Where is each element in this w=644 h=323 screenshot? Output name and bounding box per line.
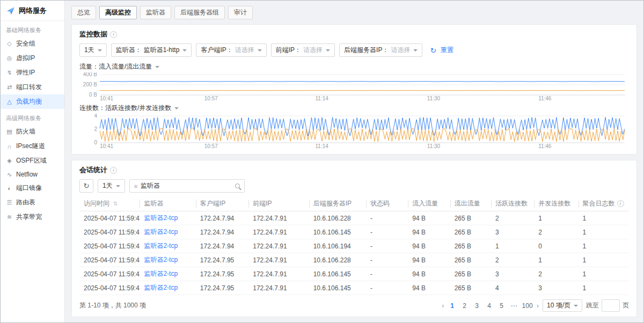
sidebar-item-ospf-area[interactable]: ◈OSPF区域 — [1, 153, 64, 168]
cell-out-traffic: 265 B — [450, 253, 491, 267]
column-header-frontend-ip[interactable]: 前端IP — [248, 196, 309, 211]
backend-ip-select[interactable]: 后端服务器IP：请选择 — [339, 43, 422, 57]
table-footer: 第 1-10 项，共 1000 项 ‹ 12345⋯100 › 10 项/页 跳… — [79, 296, 629, 312]
listener-link[interactable]: 监听器2-tcp — [144, 284, 178, 291]
page-button-4[interactable]: 4 — [485, 302, 494, 310]
cell-backend-ip: 10.6.106.228 — [309, 211, 366, 225]
table-row: 2025-04-07 11:59:43监听器2-tcp172.24.7.9417… — [79, 211, 629, 225]
sidebar-item-security-group[interactable]: ◇安全组 — [1, 36, 64, 51]
table-row: 2025-04-07 11:59:43监听器2-tcp172.24.7.9417… — [79, 239, 629, 253]
sidebar-item-ipsec-tunnel[interactable]: ∩IPsec隧道 — [1, 139, 64, 153]
time-range-select[interactable]: 1天 — [79, 43, 107, 57]
client-ip-select[interactable]: 客户端IP：请选择 — [196, 43, 266, 57]
port-forwarding-icon: ⇄ — [6, 84, 13, 91]
cell-listener: 监听器2-tcp — [140, 225, 195, 239]
column-header-log-count[interactable]: 聚合日志数i — [579, 196, 629, 211]
page-button-100[interactable]: 100 — [522, 302, 533, 310]
cell-status-code: - — [366, 253, 408, 267]
cell-active-conn: 2 — [491, 253, 534, 267]
next-page-icon[interactable]: › — [537, 302, 539, 310]
page-button-2[interactable]: 2 — [460, 302, 469, 310]
cell-concurrent-conn: 3 — [534, 281, 578, 295]
refresh-icon[interactable]: ↻ — [430, 47, 436, 54]
tab-overview[interactable]: 总览 — [71, 6, 96, 19]
reset-button[interactable]: 重置 — [441, 46, 453, 55]
sidebar: 网络服务 基础网络服务◇安全组◎虚拟IP↯弹性IP⇄端口转发△负载均衡高级网络服… — [1, 1, 65, 322]
elastic-ip-icon: ↯ — [6, 69, 13, 76]
sidebar-item-load-balancing[interactable]: △负载均衡 — [1, 94, 64, 109]
cell-active-conn: 1 — [491, 239, 534, 253]
cell-concurrent-conn: 2 — [534, 267, 578, 281]
column-header-in-traffic[interactable]: 流入流量 — [408, 196, 450, 211]
sidebar-item-elastic-ip[interactable]: ↯弹性IP — [1, 65, 64, 80]
sidebar-item-virtual-ip[interactable]: ◎虚拟IP — [1, 51, 64, 65]
column-header-backend-ip[interactable]: 后端服务器IP — [309, 196, 366, 211]
svg-text:11:46: 11:46 — [538, 143, 552, 149]
session-table: 访问时间⇅监听器客户端IP前端IP后端服务器IP状态码流入流量流出流量活跃连接数… — [79, 196, 629, 296]
tab-advanced-monitoring[interactable]: 高级监控 — [99, 6, 137, 19]
chevron-down-icon — [326, 49, 330, 52]
cell-active-conn: 2 — [491, 211, 534, 225]
cell-log-count: 1 — [579, 267, 629, 281]
page-button-5[interactable]: 5 — [497, 302, 506, 310]
cell-frontend-ip: 172.24.7.91 — [248, 239, 309, 253]
refresh-button[interactable]: ↻ — [79, 179, 93, 193]
chevron-down-icon — [574, 305, 578, 307]
table-header-row: 访问时间⇅监听器客户端IP前端IP后端服务器IP状态码流入流量流出流量活跃连接数… — [79, 196, 629, 211]
listener-link[interactable]: 监听器2-tcp — [144, 242, 178, 249]
chevron-down-icon — [413, 49, 418, 52]
listener-link[interactable]: 监听器2-tcp — [144, 228, 178, 236]
info-icon[interactable]: i — [110, 31, 117, 38]
sort-icon[interactable]: ⇅ — [113, 201, 118, 207]
sidebar-item-shared-bandwidth[interactable]: ≋共享带宽 — [1, 210, 64, 224]
tab-audit[interactable]: 审计 — [228, 6, 253, 19]
info-icon[interactable]: i — [617, 200, 624, 207]
session-card: 会话统计 i ↻ 1天 ≡ 监听器 — [71, 160, 637, 317]
sidebar-item-label: 安全组 — [16, 39, 35, 48]
page-button-3[interactable]: 3 — [473, 302, 481, 310]
sidebar-item-port-mirroring[interactable]: ◐端口镜像 — [1, 181, 64, 195]
frontend-ip-select-label: 前端IP： — [276, 46, 301, 55]
listener-link[interactable]: 监听器2-tcp — [144, 256, 178, 263]
column-header-out-traffic[interactable]: 流出流量 — [450, 196, 491, 211]
column-header-time[interactable]: 访问时间⇅ — [79, 196, 140, 211]
column-header-concurrent-conn[interactable]: 并发连接数 — [534, 196, 578, 211]
sidebar-item-firewall[interactable]: ▤防火墙 — [1, 124, 64, 139]
app-logo-icon — [6, 6, 16, 16]
prev-page-icon[interactable]: ‹ — [442, 302, 444, 310]
column-header-listener[interactable]: 监听器 — [140, 196, 195, 211]
page-size-select[interactable]: 10 项/页 — [543, 299, 582, 312]
cell-in-traffic: 94 B — [408, 253, 450, 267]
sidebar-item-netflow[interactable]: ∿Netflow — [1, 168, 64, 181]
svg-text:0 B: 0 B — [89, 92, 97, 98]
cell-client-ip: 172.24.7.94 — [196, 225, 248, 239]
cell-backend-ip: 10.6.106.194 — [309, 239, 366, 253]
connection-chart-selector[interactable]: 连接数：活跃连接数/并发连接数 — [79, 104, 179, 113]
jump-page-input[interactable] — [602, 299, 620, 312]
column-header-active-conn[interactable]: 活跃连接数 — [491, 196, 534, 211]
backend-ip-select-label: 后端服务器IP： — [344, 46, 389, 55]
cell-concurrent-conn: 1 — [534, 253, 578, 267]
app-window: 网络服务 基础网络服务◇安全组◎虚拟IP↯弹性IP⇄端口转发△负载均衡高级网络服… — [0, 0, 644, 323]
session-time-range-select[interactable]: 1天 — [98, 179, 125, 193]
frontend-ip-select[interactable]: 前端IP：请选择 — [271, 43, 335, 57]
listener-link[interactable]: 监听器2-tcp — [144, 270, 178, 277]
listener-link[interactable]: 监听器2-tcp — [144, 214, 178, 222]
tab-backend-server-groups[interactable]: 后端服务器组 — [174, 6, 225, 19]
listener-select[interactable]: 监听器：监听器1-http — [111, 43, 192, 57]
sidebar-item-routing-table[interactable]: ☰路由表 — [1, 195, 64, 210]
sidebar-item-port-forwarding[interactable]: ⇄端口转发 — [1, 80, 64, 94]
info-icon[interactable]: i — [110, 167, 117, 174]
column-header-label: 流出流量 — [455, 199, 480, 208]
page-button-1[interactable]: 1 — [448, 302, 457, 310]
search-input[interactable]: ≡ 监听器 — [129, 179, 245, 193]
search-icon[interactable] — [235, 183, 240, 188]
chevron-down-icon — [258, 49, 262, 52]
tab-listeners[interactable]: 监听器 — [140, 6, 171, 19]
traffic-chart-selector[interactable]: 流量：流入流量/流出流量 — [79, 62, 159, 71]
column-header-status-code[interactable]: 状态码 — [366, 196, 408, 211]
cell-active-conn: 4 — [491, 281, 534, 295]
column-header-client-ip[interactable]: 客户端IP — [196, 196, 248, 211]
table-row: 2025-04-07 11:59:42监听器2-tcp172.24.7.9517… — [79, 281, 629, 295]
svg-text:11:14: 11:14 — [316, 96, 329, 101]
